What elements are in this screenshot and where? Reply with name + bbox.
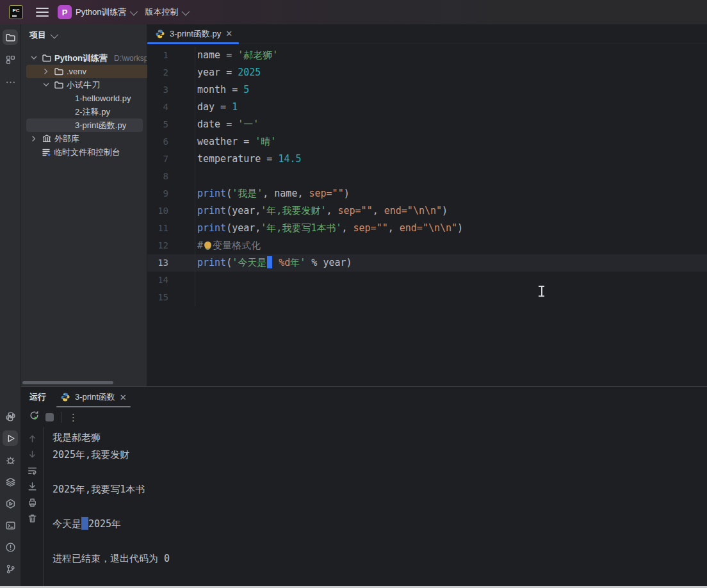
console-line: 2025年,我要写1本书 <box>53 481 707 498</box>
code-line-4[interactable]: 4day = 1 <box>147 99 707 116</box>
print-icon[interactable] <box>26 496 38 508</box>
line-number: 12 <box>147 237 195 254</box>
python-icon <box>62 94 72 104</box>
close-icon[interactable]: ✕ <box>120 393 127 402</box>
main-menu-icon[interactable] <box>36 8 49 17</box>
vcs-label: 版本控制 <box>145 6 178 18</box>
rerun-icon[interactable] <box>28 409 40 421</box>
chevron-down-icon[interactable] <box>29 53 39 63</box>
line-number: 5 <box>147 116 195 133</box>
down-arrow-icon[interactable] <box>26 448 38 460</box>
code-line-6[interactable]: 6weather = '晴' <box>147 133 707 151</box>
python-file-icon <box>155 29 165 39</box>
code-line-15[interactable]: 15 <box>147 289 707 306</box>
python-icon <box>62 107 72 117</box>
line-number: 6 <box>147 133 195 151</box>
tree-item-label: 外部库 <box>54 133 79 145</box>
code-line-10[interactable]: 10print(year,'年,我要发财', sep="", end="\n\n… <box>147 202 707 220</box>
line-number: 11 <box>147 220 195 237</box>
line-number: 7 <box>147 151 195 168</box>
more-icon[interactable] <box>3 74 18 90</box>
python-icon <box>62 120 72 131</box>
chevron-down-icon <box>51 30 59 38</box>
run-toolbar: ⋮ <box>21 407 707 427</box>
run-tab-label: 3-print函数 <box>75 391 115 403</box>
python-console-icon[interactable] <box>3 409 18 424</box>
line-number: 8 <box>147 168 195 185</box>
more-options-icon[interactable]: ⋮ <box>69 414 78 421</box>
folder-icon <box>54 67 64 77</box>
project-panel-header[interactable]: 项目 <box>21 24 147 46</box>
code-line-3[interactable]: 3month = 5 <box>147 81 707 99</box>
chevron-down-icon <box>182 7 190 15</box>
tree-item-label: 小试牛刀 <box>67 79 100 91</box>
run-tab[interactable]: 3-print函数 ✕ <box>55 387 132 407</box>
code-line-2[interactable]: 2year = 2025 <box>147 64 707 81</box>
console-line: 进程已结束，退出代码为 0 <box>53 550 707 568</box>
version-control-icon[interactable] <box>3 561 18 576</box>
vcs-widget[interactable]: 版本控制 <box>145 6 188 18</box>
tree-item-label: 临时文件和控制台 <box>54 147 120 158</box>
lightbulb-icon <box>204 241 211 249</box>
horizontal-scrollbar[interactable] <box>22 381 113 384</box>
code-line-8[interactable]: 8 <box>147 168 707 185</box>
code-line-5[interactable]: 5date = '一' <box>147 116 707 133</box>
line-number: 2 <box>147 64 195 81</box>
line-number: 3 <box>147 81 195 99</box>
soft-wrap-icon[interactable] <box>26 464 38 476</box>
services-icon[interactable] <box>3 474 18 489</box>
toolwindow-stripe <box>0 24 21 588</box>
tree-item-.venv[interactable]: .venv <box>21 65 147 78</box>
project-widget[interactable]: P Python训练营 <box>58 5 136 19</box>
up-arrow-icon[interactable] <box>26 432 38 444</box>
problems-icon[interactable] <box>3 539 18 555</box>
titlebar: PC P Python训练营 版本控制 <box>0 0 707 24</box>
code-line-12[interactable]: 12#变量格式化 <box>147 237 707 254</box>
debug-icon[interactable] <box>3 452 18 468</box>
code-line-9[interactable]: 9print('我是', name, sep="") <box>147 185 707 202</box>
line-number: 13 <box>147 254 195 272</box>
tree-item-label: 1-helloworld.py <box>75 94 131 103</box>
project-folder-icon[interactable] <box>3 29 18 45</box>
run-icon[interactable] <box>3 430 18 446</box>
tree-item-label: Python训练营 <box>54 53 108 64</box>
editor: 3-print函数.py ✕ 1name = '郝老狮'2year = 2025… <box>147 24 707 386</box>
console-output[interactable]: 我是郝老狮2025年,我要发财2025年,我要写1本书今天是2025年进程已结束… <box>44 427 707 588</box>
run-toolwindow-title[interactable]: 运行 <box>21 391 55 403</box>
project-tree: Python训练营D:\workspace\P.venv小试牛刀1-hellow… <box>21 51 147 159</box>
tree-item-label: .venv <box>67 67 86 76</box>
trash-icon[interactable] <box>26 512 38 524</box>
tree-item-1-helloworld.py[interactable]: 1-helloworld.py <box>21 92 147 105</box>
tree-item-外部库[interactable]: 外部库 <box>21 132 147 145</box>
scratch-icon <box>41 147 51 158</box>
code-area[interactable]: 1name = '郝老狮'2year = 20253month = 54day … <box>147 44 707 386</box>
tree-item-临时文件和控制台[interactable]: 临时文件和控制台 <box>21 145 147 159</box>
project-avatar: P <box>58 5 72 19</box>
project-name: Python训练营 <box>76 6 126 18</box>
code-line-11[interactable]: 11print(year,'年,我要写1本书', sep="", end="\n… <box>147 220 707 237</box>
code-line-14[interactable]: 14 <box>147 272 707 289</box>
line-number: 1 <box>147 47 195 64</box>
terminal-icon[interactable] <box>3 518 18 533</box>
tree-item-Python训练营[interactable]: Python训练营D:\workspace\P <box>21 51 147 65</box>
editor-tab-label: 3-print函数.py <box>170 28 221 40</box>
tree-item-2-注释.py[interactable]: 2-注释.py <box>21 105 147 118</box>
tree-item-小试牛刀[interactable]: 小试牛刀 <box>21 78 147 92</box>
code-line-1[interactable]: 1name = '郝老狮' <box>147 47 707 64</box>
scroll-end-icon[interactable] <box>26 480 38 492</box>
toolbar-separator <box>61 412 61 423</box>
structure-icon[interactable] <box>3 52 18 67</box>
chevron-right-icon[interactable] <box>29 134 39 144</box>
pycharm-window: PC P Python训练营 版本控制 项目 <box>0 0 707 588</box>
code-line-7[interactable]: 7temperature = 14.5 <box>147 151 707 168</box>
console-line <box>53 498 707 516</box>
chevron-right-icon[interactable] <box>41 67 51 77</box>
python-packages-icon[interactable] <box>3 496 18 511</box>
code-line-13[interactable]: 13print('今天是 %d年' % year) <box>147 254 707 272</box>
console-line <box>53 464 707 481</box>
tree-item-3-print函数.py[interactable]: 3-print函数.py <box>21 118 147 132</box>
editor-tab[interactable]: 3-print函数.py ✕ <box>147 24 239 44</box>
close-icon[interactable]: ✕ <box>225 29 232 38</box>
console-line: 2025年,我要发财 <box>53 446 707 464</box>
chevron-down-icon[interactable] <box>41 80 51 90</box>
